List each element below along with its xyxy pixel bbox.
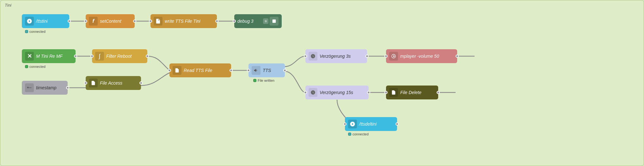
node-m-tini-label: M Tini Re MF: [36, 54, 63, 59]
debug3-toggle[interactable]: [270, 17, 279, 26]
node-setcontent[interactable]: f setContent: [86, 14, 135, 28]
node-delay-3s-label: Verzögerung 3s: [320, 54, 351, 59]
node-write-tts[interactable]: write TTS File Tini: [150, 14, 217, 28]
node-debug3-label: debug 3: [237, 19, 261, 24]
node-timestamp-label: timestamp: [36, 85, 57, 90]
flow-canvas: Tini /ttst: [0, 0, 644, 166]
node-read-tts-label: Read TTS File: [184, 68, 212, 73]
node-filter-reboot-label: Filter Reboot: [106, 54, 132, 59]
group-label: Tini: [5, 3, 11, 8]
node-mplayer[interactable]: mplayer -volume 50: [386, 49, 457, 63]
node-file-access[interactable]: File Access: [86, 76, 141, 90]
node-ttsdeltini-label: /ttsdeltini: [359, 122, 377, 127]
node-delay-15s-label: Verzögerung 15s: [320, 90, 353, 95]
status-mtini: connected: [25, 65, 46, 68]
node-setcontent-label: setContent: [100, 19, 121, 24]
node-filter-reboot[interactable]: ∫ Filter Reboot: [92, 49, 147, 63]
node-debug3[interactable]: debug 3 ≡: [234, 14, 282, 28]
status-ttsdeltini: connected: [348, 132, 369, 136]
node-tts[interactable]: TTS: [248, 63, 285, 77]
node-timestamp[interactable]: timestamp: [22, 81, 68, 95]
svg-rect-0: [273, 20, 276, 23]
debug3-menu[interactable]: ≡: [263, 18, 268, 24]
node-ttstini-label: /ttstini: [36, 19, 48, 24]
node-m-tini-re-mf[interactable]: ✕ M Tini Re MF: [22, 49, 76, 63]
node-file-access-label: File Access: [100, 80, 122, 86]
node-file-delete-label: File Delete: [400, 90, 421, 95]
node-ttsdeltini[interactable]: /ttsdeltini: [345, 117, 397, 131]
node-file-delete[interactable]: File Delete: [386, 86, 438, 99]
node-delay-3s[interactable]: Verzögerung 3s: [305, 49, 367, 63]
node-read-tts[interactable]: Read TTS File: [169, 63, 231, 77]
node-tts-label: TTS: [263, 68, 271, 73]
node-delay-15s[interactable]: Verzögerung 15s: [305, 86, 369, 99]
status-tts: File written: [253, 79, 274, 82]
node-ttstini[interactable]: /ttstini: [22, 14, 69, 28]
node-mplayer-label: mplayer -volume 50: [400, 54, 439, 59]
node-write-tts-label: write TTS File Tini: [165, 19, 200, 24]
status-ttstini: connected: [25, 30, 46, 33]
svg-rect-1: [27, 87, 28, 88]
